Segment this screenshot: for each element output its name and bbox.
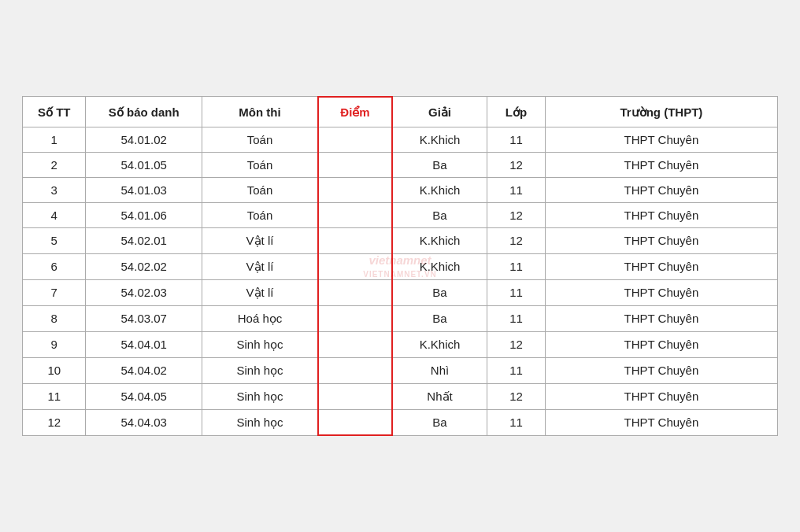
cell-sbd: 54.04.02 [86, 357, 202, 383]
cell-lop: 11 [487, 253, 546, 279]
cell-stt: 11 [23, 383, 86, 409]
table-row: 154.01.02ToánK.Khich11THPT Chuyên [23, 127, 778, 152]
cell-truong: THPT Chuyên [545, 331, 777, 357]
cell-diem [318, 177, 392, 202]
table-wrapper: vietnamnet VIETNAMNET.VN Số TT Số báo da… [22, 96, 778, 437]
cell-stt: 10 [23, 357, 86, 383]
cell-stt: 9 [23, 331, 86, 357]
cell-lop: 11 [487, 127, 546, 152]
cell-truong: THPT Chuyên [545, 127, 777, 152]
cell-mon: Toán [202, 202, 319, 227]
cell-truong: THPT Chuyên [545, 383, 777, 409]
cell-stt: 8 [23, 305, 86, 331]
cell-giai: Ba [392, 409, 487, 435]
cell-lop: 12 [487, 331, 546, 357]
cell-giai: K.Khich [392, 253, 487, 279]
cell-stt: 2 [23, 152, 86, 177]
cell-truong: THPT Chuyên [545, 227, 777, 253]
table-row: 1154.04.05Sinh họcNhất12THPT Chuyên [23, 383, 778, 409]
cell-diem [318, 127, 392, 152]
cell-sbd: 54.04.05 [86, 383, 202, 409]
table-row: 554.02.01Vật líK.Khich12THPT Chuyên [23, 227, 778, 253]
cell-sbd: 54.01.03 [86, 177, 202, 202]
cell-diem [318, 305, 392, 331]
cell-giai: Nhì [392, 357, 487, 383]
cell-stt: 5 [23, 227, 86, 253]
cell-lop: 11 [487, 177, 546, 202]
cell-giai: Ba [392, 152, 487, 177]
cell-giai: K.Khich [392, 177, 487, 202]
cell-truong: THPT Chuyên [545, 253, 777, 279]
cell-truong: THPT Chuyên [545, 305, 777, 331]
cell-diem [318, 152, 392, 177]
cell-sbd: 54.01.05 [86, 152, 202, 177]
table-row: 754.02.03Vật líBa11THPT Chuyên [23, 279, 778, 305]
cell-lop: 12 [487, 202, 546, 227]
cell-stt: 4 [23, 202, 86, 227]
cell-mon: Vật lí [202, 279, 319, 305]
cell-truong: THPT Chuyên [545, 152, 777, 177]
cell-giai: Ba [392, 202, 487, 227]
cell-mon: Sinh học [202, 331, 319, 357]
cell-diem [318, 227, 392, 253]
table-row: 1054.04.02Sinh họcNhì11THPT Chuyên [23, 357, 778, 383]
cell-truong: THPT Chuyên [545, 409, 777, 435]
header-truong: Trường (THPT) [545, 97, 777, 127]
cell-diem [318, 383, 392, 409]
header-so-bao-danh: Số báo danh [86, 97, 202, 127]
cell-stt: 1 [23, 127, 86, 152]
cell-diem [318, 279, 392, 305]
cell-giai: Ba [392, 305, 487, 331]
cell-mon: Sinh học [202, 357, 319, 383]
cell-lop: 11 [487, 279, 546, 305]
cell-mon: Sinh học [202, 383, 319, 409]
cell-sbd: 54.03.07 [86, 305, 202, 331]
cell-truong: THPT Chuyên [545, 357, 777, 383]
cell-lop: 11 [487, 305, 546, 331]
header-lop: Lớp [487, 97, 546, 127]
cell-giai: Nhất [392, 383, 487, 409]
main-container: vietnamnet VIETNAMNET.VN Số TT Số báo da… [22, 96, 778, 437]
cell-sbd: 54.01.06 [86, 202, 202, 227]
header-giai: Giải [392, 97, 487, 127]
cell-diem [318, 253, 392, 279]
cell-mon: Vật lí [202, 253, 319, 279]
cell-mon: Vật lí [202, 227, 319, 253]
cell-lop: 11 [487, 409, 546, 435]
results-table: Số TT Số báo danh Môn thi Điểm Giải Lớp … [22, 96, 778, 437]
cell-diem [318, 202, 392, 227]
cell-stt: 6 [23, 253, 86, 279]
cell-lop: 11 [487, 357, 546, 383]
header-mon-thi: Môn thi [202, 97, 319, 127]
cell-diem [318, 409, 392, 435]
cell-stt: 12 [23, 409, 86, 435]
cell-giai: K.Khich [392, 331, 487, 357]
cell-diem [318, 357, 392, 383]
cell-lop: 12 [487, 227, 546, 253]
cell-giai: Ba [392, 279, 487, 305]
cell-sbd: 54.04.03 [86, 409, 202, 435]
table-row: 254.01.05ToánBa12THPT Chuyên [23, 152, 778, 177]
table-row: 1254.04.03Sinh họcBa11THPT Chuyên [23, 409, 778, 435]
cell-sbd: 54.01.02 [86, 127, 202, 152]
cell-sbd: 54.02.02 [86, 253, 202, 279]
cell-stt: 3 [23, 177, 86, 202]
cell-sbd: 54.02.01 [86, 227, 202, 253]
cell-lop: 12 [487, 152, 546, 177]
cell-mon: Sinh học [202, 409, 319, 435]
table-row: 354.01.03ToánK.Khich11THPT Chuyên [23, 177, 778, 202]
table-row: 454.01.06ToánBa12THPT Chuyên [23, 202, 778, 227]
cell-mon: Toán [202, 177, 319, 202]
table-row: 654.02.02Vật líK.Khich11THPT Chuyên [23, 253, 778, 279]
header-diem: Điểm [318, 97, 392, 127]
cell-sbd: 54.04.01 [86, 331, 202, 357]
cell-truong: THPT Chuyên [545, 177, 777, 202]
cell-truong: THPT Chuyên [545, 202, 777, 227]
cell-diem [318, 331, 392, 357]
cell-sbd: 54.02.03 [86, 279, 202, 305]
table-row: 854.03.07Hoá họcBa11THPT Chuyên [23, 305, 778, 331]
cell-mon: Hoá học [202, 305, 319, 331]
cell-lop: 12 [487, 383, 546, 409]
table-row: 954.04.01Sinh họcK.Khich12THPT Chuyên [23, 331, 778, 357]
cell-mon: Toán [202, 152, 319, 177]
